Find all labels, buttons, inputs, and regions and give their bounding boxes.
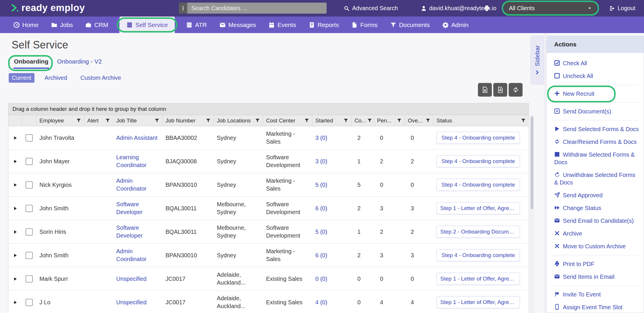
nav-item[interactable]: Forms	[350, 17, 379, 33]
nav-item[interactable]: Jobs	[50, 17, 74, 33]
action-item[interactable]: Clear/Resend Forms & Docs	[547, 135, 644, 148]
action-item[interactable]: Withdraw Selected Forms & Docs	[547, 148, 644, 169]
toolbar-button[interactable]	[493, 83, 507, 97]
archive-filter[interactable]: Archived	[41, 73, 70, 83]
started-link[interactable]: 6 (0)	[315, 252, 327, 259]
column-header[interactable]: Co...	[352, 115, 374, 126]
started-link[interactable]: 6 (0)	[315, 205, 327, 212]
column-header[interactable]: Status	[434, 115, 529, 126]
toolbar-button[interactable]	[509, 83, 523, 97]
column-header[interactable]: Cost Center	[263, 115, 312, 126]
status-button[interactable]: Step 4 - Onboarding complete	[436, 132, 520, 144]
search-input[interactable]	[187, 3, 327, 14]
tab[interactable]: Onboarding - V2	[57, 58, 102, 69]
nav-item[interactable]: ATR	[185, 17, 208, 33]
row-checkbox[interactable]	[26, 275, 33, 283]
filter-icon[interactable]	[425, 118, 430, 123]
filter-icon[interactable]	[521, 118, 526, 123]
nav-item[interactable]: Home	[12, 17, 40, 33]
nav-item[interactable]: Events	[267, 17, 297, 33]
status-button[interactable]: Step 4 - Onboarding complete	[436, 249, 520, 261]
action-item[interactable]: Move to Custom Archive	[547, 240, 644, 253]
action-item[interactable]: Change Status	[547, 202, 644, 214]
action-item[interactable]: Unwithdraw Selected Forms & Docs	[547, 169, 644, 189]
row-checkbox[interactable]	[26, 134, 33, 142]
action-item[interactable]: Send Document(s)	[547, 105, 644, 118]
column-header[interactable]: Alert	[84, 115, 113, 126]
action-item[interactable]: Uncheck All	[547, 70, 644, 82]
scrollbar-thumb[interactable]	[531, 116, 533, 209]
started-link[interactable]: 3 (0)	[315, 134, 327, 142]
job-title-link[interactable]: Software Developer	[116, 200, 160, 216]
column-header[interactable]: Employee	[37, 115, 84, 126]
started-link[interactable]: 3 (0)	[315, 158, 327, 165]
started-link[interactable]: 5 (0)	[315, 181, 327, 189]
expand-row-button[interactable]	[13, 183, 17, 187]
column-header[interactable]: Job Title	[113, 115, 163, 126]
grid-vertical-scrollbar[interactable]	[530, 115, 534, 313]
action-item[interactable]: New Recruit	[547, 87, 644, 100]
row-checkbox[interactable]	[26, 158, 33, 165]
row-checkbox[interactable]	[26, 181, 33, 189]
action-item[interactable]: Print to PDF	[547, 258, 644, 270]
column-header[interactable]: Job Locations	[214, 115, 263, 126]
column-header[interactable]: Job Number	[163, 115, 214, 126]
filter-icon[interactable]	[76, 118, 81, 123]
expand-row-button[interactable]	[13, 136, 17, 140]
group-by-drop-zone[interactable]: Drag a column header and drop it here to…	[8, 103, 529, 115]
expand-row-button[interactable]	[13, 230, 17, 234]
column-header[interactable]: Pen...	[374, 115, 405, 126]
job-title-link[interactable]: Unspecified	[116, 298, 147, 306]
client-filter-dropdown[interactable]: All Clients	[504, 2, 596, 14]
sidebar-collapse-tab[interactable]: Sidebar	[530, 36, 544, 84]
action-item[interactable]: Send Items in Email	[547, 270, 644, 283]
filter-icon[interactable]	[206, 118, 211, 123]
nav-item[interactable]: Admin	[441, 17, 470, 33]
toolbar-button[interactable]	[478, 83, 492, 97]
row-checkbox[interactable]	[26, 299, 33, 306]
row-checkbox[interactable]	[26, 228, 33, 236]
expand-row-button[interactable]	[13, 159, 17, 164]
status-button[interactable]: Step 1 - Letter of Offer, Agree...	[436, 296, 520, 308]
expand-row-button[interactable]	[13, 277, 17, 281]
filter-icon[interactable]	[343, 118, 348, 123]
search-options-button[interactable]	[179, 3, 187, 14]
expand-row-button[interactable]	[13, 206, 17, 211]
tab[interactable]: Onboarding	[13, 58, 49, 69]
filter-icon[interactable]	[154, 118, 159, 123]
filter-icon[interactable]	[304, 118, 309, 123]
column-header[interactable]: Ove...	[405, 115, 434, 126]
status-button[interactable]: Step 2 - Onboarding Docume...	[436, 226, 520, 238]
started-link[interactable]: 5 (0)	[315, 228, 327, 236]
started-link[interactable]: 0 (0)	[315, 275, 327, 283]
action-item[interactable]: Send Email to Candidate(s)	[547, 214, 644, 227]
action-item[interactable]: Send Selected Forms & Docs	[547, 123, 644, 135]
nav-item[interactable]: Self Service	[119, 17, 175, 33]
nav-item[interactable]: Documents	[389, 17, 431, 33]
row-checkbox[interactable]	[26, 252, 33, 259]
filter-icon[interactable]	[367, 118, 372, 123]
nav-item[interactable]: Messages	[218, 17, 257, 33]
filter-icon[interactable]	[105, 118, 110, 123]
nav-item[interactable]: CRM	[84, 17, 109, 33]
status-button[interactable]: Step 4 - Onboarding complete	[436, 155, 520, 167]
status-button[interactable]: Step 1 - Letter of Offer, Agree...	[436, 202, 520, 214]
row-checkbox[interactable]	[26, 205, 33, 212]
archive-filter[interactable]: Current	[9, 73, 34, 83]
job-title-link[interactable]: Software Developer	[116, 224, 160, 240]
filter-icon[interactable]	[397, 118, 402, 123]
advanced-search-link[interactable]: Advanced Search	[344, 0, 398, 17]
expand-row-button[interactable]	[13, 300, 17, 305]
job-title-link[interactable]: Learning Coordinator	[116, 153, 160, 169]
column-header[interactable]: Started	[312, 115, 352, 126]
job-title-link[interactable]: Admin Coordinator	[116, 247, 160, 263]
started-link[interactable]: 4 (0)	[315, 298, 327, 306]
action-item[interactable]: Assign Event Time Slot	[547, 301, 644, 313]
status-button[interactable]: Step 4 - Onboarding complete	[436, 179, 520, 191]
logout-button[interactable]: Logout	[609, 0, 635, 17]
nav-item[interactable]: Reports	[308, 17, 340, 33]
expand-row-button[interactable]	[13, 253, 17, 258]
job-title-link[interactable]: Unspecified	[116, 275, 147, 283]
status-button[interactable]: Step 1 - Letter of Offer, Agree...	[436, 273, 520, 285]
action-item[interactable]: Check All	[547, 57, 644, 70]
